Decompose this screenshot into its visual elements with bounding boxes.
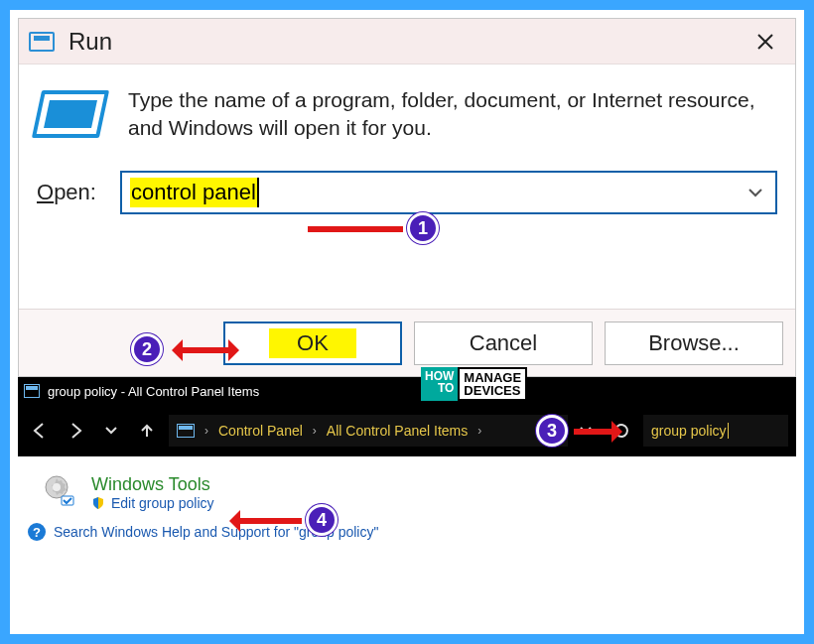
windows-tools-icon — [44, 474, 77, 508]
breadcrumb-separator: › — [311, 424, 319, 438]
chevron-down-icon[interactable] — [747, 188, 763, 197]
open-combobox[interactable]: control panel — [120, 171, 777, 214]
edit-group-policy-link[interactable]: Edit group policy — [91, 495, 214, 511]
close-icon — [756, 33, 774, 51]
annotation-arrow — [232, 518, 302, 524]
run-instruction-text: Type the name of a program, folder, docu… — [128, 86, 777, 143]
nav-forward-button[interactable] — [62, 417, 89, 445]
control-panel-icon — [24, 384, 40, 398]
step-badge-1: 1 — [407, 212, 439, 244]
result-category[interactable]: Windows Tools — [91, 474, 214, 495]
nav-history-button[interactable] — [97, 417, 125, 445]
arrow-up-icon — [138, 422, 156, 440]
tutorial-frame: Run Type the name of a program, folder, … — [0, 0, 814, 644]
address-bar[interactable]: › Control Panel › All Control Panel Item… — [169, 415, 568, 447]
cp-title-bar: group policy - All Control Panel Items — [18, 377, 796, 405]
arrow-right-icon — [67, 422, 84, 440]
run-body: Type the name of a program, folder, docu… — [19, 64, 795, 143]
watermark: HOW TO MANAGE DEVICES — [421, 367, 527, 401]
shield-icon — [91, 496, 105, 510]
help-search-link[interactable]: ? Search Windows Help and Support for "g… — [18, 517, 796, 541]
result-item: Windows Tools Edit group policy — [91, 474, 214, 511]
run-app-icon — [29, 32, 55, 52]
svg-point-1 — [53, 483, 61, 491]
cp-results: Windows Tools Edit group policy — [18, 456, 796, 517]
step-badge-3: 3 — [536, 415, 568, 447]
run-dialog-icon — [32, 90, 109, 138]
annotation-arrow — [175, 347, 236, 353]
open-row: Open: control panel — [19, 143, 795, 214]
chevron-down-icon — [104, 426, 118, 436]
cancel-button[interactable]: Cancel — [414, 322, 593, 365]
breadcrumb-separator: › — [475, 424, 483, 438]
step-badge-2: 2 — [131, 333, 163, 365]
nav-back-button[interactable] — [26, 417, 54, 445]
nav-up-button[interactable] — [133, 417, 161, 445]
search-input[interactable]: group policy — [643, 415, 788, 447]
annotation-arrow — [308, 226, 403, 232]
cp-toolbar: › Control Panel › All Control Panel Item… — [18, 405, 796, 456]
cp-window-title: group policy - All Control Panel Items — [48, 384, 259, 399]
run-title-bar: Run — [19, 19, 795, 64]
breadcrumb-separator: › — [203, 424, 210, 438]
control-panel-icon — [177, 424, 195, 438]
search-value: group policy — [651, 423, 729, 439]
browse-button[interactable]: Browse... — [605, 322, 783, 365]
run-title: Run — [68, 28, 112, 56]
control-panel-window: group policy - All Control Panel Items ›… — [18, 377, 796, 634]
close-button[interactable] — [746, 22, 785, 62]
breadcrumb-item[interactable]: All Control Panel Items — [327, 423, 468, 439]
help-icon: ? — [28, 523, 46, 541]
breadcrumb-item[interactable]: Control Panel — [218, 423, 303, 439]
open-label: Open: — [37, 180, 96, 205]
run-dialog: Run Type the name of a program, folder, … — [18, 18, 796, 377]
annotation-arrow — [574, 429, 619, 435]
ok-button[interactable]: OK — [223, 322, 402, 365]
step-badge-4: 4 — [306, 504, 338, 536]
open-input-value: control panel — [130, 178, 259, 207]
arrow-left-icon — [31, 422, 49, 440]
